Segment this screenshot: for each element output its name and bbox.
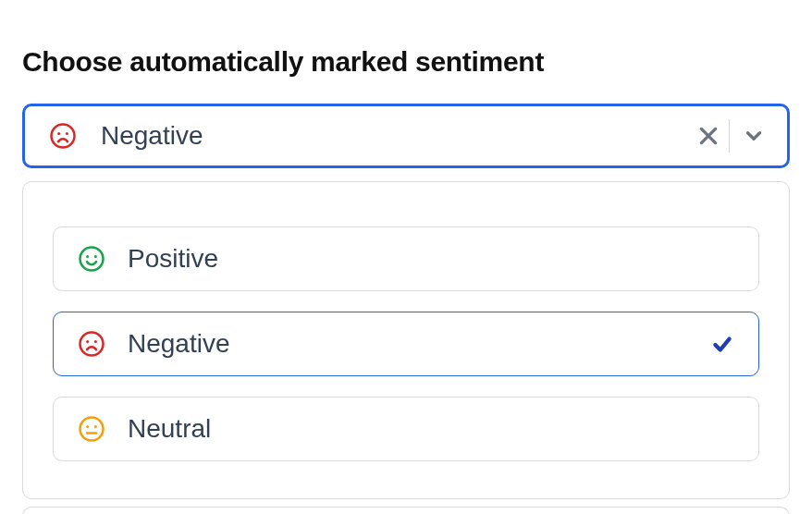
option-label: Negative xyxy=(128,329,230,359)
svg-point-1 xyxy=(57,132,60,135)
svg-point-5 xyxy=(80,248,104,271)
svg-point-0 xyxy=(52,125,75,148)
select-value-label: Negative xyxy=(101,121,203,151)
section-title: Choose automatically marked sentiment xyxy=(22,46,790,78)
option-negative[interactable]: Negative xyxy=(53,312,759,376)
svg-point-12 xyxy=(86,425,89,428)
check-icon xyxy=(710,332,734,356)
option-label: Positive xyxy=(128,244,218,274)
select-value: Negative xyxy=(49,121,203,151)
option-label: Neutral xyxy=(128,414,211,444)
svg-point-10 xyxy=(94,340,97,343)
svg-point-9 xyxy=(86,340,89,343)
next-panel-top xyxy=(22,507,790,514)
svg-point-11 xyxy=(80,418,104,441)
svg-point-13 xyxy=(94,425,97,428)
sentiment-select[interactable]: Negative xyxy=(22,104,790,168)
svg-point-8 xyxy=(80,333,104,356)
clear-icon[interactable] xyxy=(690,117,727,154)
option-positive[interactable]: Positive xyxy=(53,226,759,291)
frown-icon xyxy=(78,330,105,358)
svg-point-7 xyxy=(94,255,97,258)
svg-point-2 xyxy=(66,132,68,135)
option-neutral[interactable]: Neutral xyxy=(53,397,759,461)
smile-icon xyxy=(78,245,105,273)
frown-icon xyxy=(49,122,77,150)
sentiment-dropdown: Positive Negative Neutr xyxy=(22,181,790,499)
meh-icon xyxy=(78,415,105,443)
select-divider xyxy=(729,119,730,153)
svg-point-6 xyxy=(86,255,89,258)
chevron-down-icon[interactable] xyxy=(735,117,772,154)
